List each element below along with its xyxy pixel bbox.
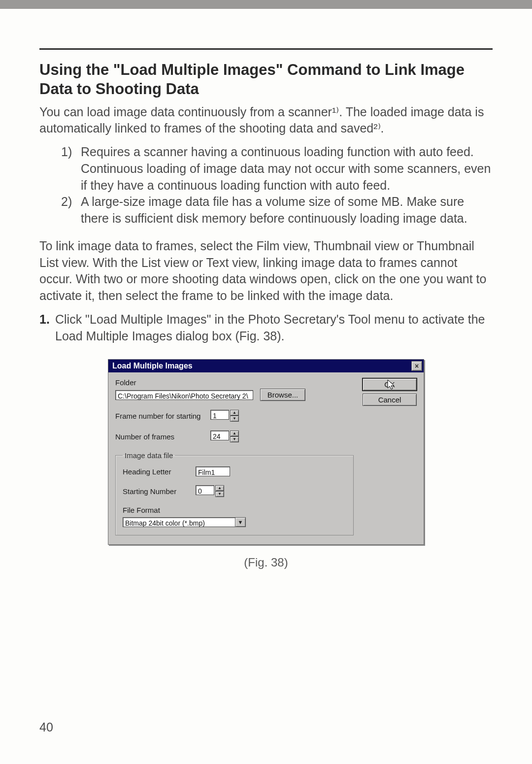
step-1-text: Click "Load Multiple Images" in the Phot… (55, 311, 493, 345)
starting-number-down-button[interactable]: ▼ (215, 491, 224, 497)
ok-button[interactable]: OK (363, 378, 417, 391)
dialog-titlebar: Load Multiple Images × (108, 360, 424, 372)
close-icon: × (415, 362, 419, 370)
starting-number-up-button[interactable]: ▲ (215, 485, 224, 491)
footnote-1: 1) Requires a scanner having a continuou… (61, 144, 493, 194)
footnote-1-text: Requires a scanner having a continuous l… (81, 144, 493, 194)
dialog-title: Load Multiple Images (112, 362, 193, 370)
file-format-label: File Format (123, 506, 346, 514)
footnote-1-number: 1) (61, 144, 81, 194)
load-multiple-images-dialog: Load Multiple Images × Folder C:\Program… (108, 359, 424, 545)
footnote-2: 2) A large-size image data file has a vo… (61, 194, 493, 227)
num-frames-label: Number of frames (115, 432, 201, 441)
footnote-2-text: A large-size image data file has a volum… (81, 194, 493, 227)
paragraph-views: To link image data to frames, select the… (39, 238, 493, 304)
browse-button[interactable]: Browse... (260, 389, 305, 401)
num-frames-value[interactable]: 24 (210, 431, 229, 440)
page-number: 40 (39, 720, 53, 734)
starting-number-label: Starting Number (123, 487, 187, 496)
folder-label: Folder (115, 378, 354, 387)
heading-letter-label: Heading Letter (123, 467, 187, 476)
footnotes: 1) Requires a scanner having a continuou… (39, 144, 493, 227)
heading-letter-input[interactable]: Film1 (196, 466, 230, 476)
section-heading: Using the "Load Multiple Images" Command… (39, 61, 493, 99)
starting-number-value[interactable]: 0 (196, 485, 214, 495)
frame-start-value[interactable]: 1 (210, 410, 229, 420)
intro-paragraph: You can load image data continuously fro… (39, 104, 493, 137)
starting-number-spinner[interactable]: 0 ▲ ▼ (196, 485, 224, 497)
figure-caption: (Fig. 38) (39, 556, 493, 569)
chevron-down-icon: ▼ (233, 437, 236, 441)
chevron-down-icon: ▼ (233, 417, 236, 421)
num-frames-down-button[interactable]: ▼ (230, 436, 239, 442)
frame-start-spinner[interactable]: 1 ▲ ▼ (210, 410, 239, 422)
num-frames-up-button[interactable]: ▲ (230, 431, 239, 436)
image-data-file-legend: Image data file (123, 451, 175, 460)
step-1: 1. Click "Load Multiple Images" in the P… (39, 311, 493, 345)
frame-start-up-button[interactable]: ▲ (230, 410, 239, 416)
file-format-dropdown-button[interactable]: ▼ (235, 517, 246, 527)
chevron-up-icon: ▲ (218, 486, 222, 490)
step-1-number: 1. (39, 311, 55, 345)
chevron-up-icon: ▲ (233, 411, 236, 415)
file-format-value: Bitmap 24bit color (*.bmp) (123, 517, 235, 527)
close-button[interactable]: × (411, 361, 422, 371)
folder-path-input[interactable]: C:\Program Files\Nikon\Photo Secretary 2… (115, 390, 253, 400)
frame-start-label: Frame number for starting (115, 412, 201, 420)
num-frames-spinner[interactable]: 24 ▲ ▼ (210, 431, 239, 442)
frame-start-down-button[interactable]: ▼ (230, 416, 239, 422)
chevron-down-icon: ▼ (218, 492, 222, 496)
chevron-down-icon: ▼ (238, 519, 243, 525)
file-format-select[interactable]: Bitmap 24bit color (*.bmp) ▼ (123, 517, 246, 527)
footnote-2-number: 2) (61, 194, 81, 227)
horizontal-rule (39, 48, 493, 50)
cancel-button[interactable]: Cancel (363, 394, 417, 406)
image-data-file-group: Image data file Heading Letter Film1 Sta… (115, 451, 354, 535)
chevron-up-icon: ▲ (233, 432, 236, 435)
